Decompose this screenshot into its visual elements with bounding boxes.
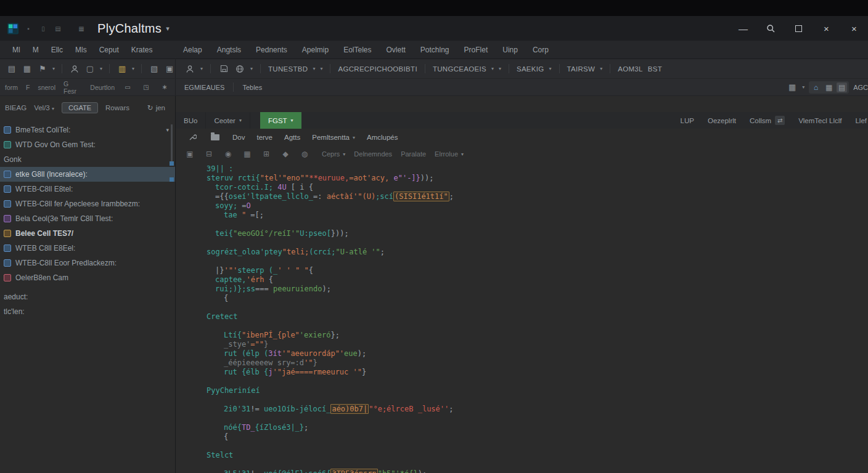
chevron-down-icon[interactable]: ▾: [802, 84, 805, 90]
tree-item[interactable]: Belee Cell TES7/: [0, 226, 175, 241]
tree-item[interactable]: BmeTest ColiTel:▾: [0, 123, 175, 137]
user-icon[interactable]: [184, 63, 195, 75]
menu-item[interactable]: Ml: [6, 41, 27, 59]
book-icon[interactable]: ▥: [117, 63, 128, 75]
toolbar-label[interactable]: G Fesr: [63, 80, 82, 95]
frame-icon[interactable]: ▭: [122, 82, 133, 93]
build-icon[interactable]: [187, 132, 198, 143]
filter-button[interactable]: CGATE: [62, 102, 98, 113]
tree-item[interactable]: etke G8ll (lnceralece):: [0, 167, 175, 182]
menu-item[interactable]: Angtsls: [210, 41, 248, 59]
plus-icon[interactable]: ⊞: [261, 148, 272, 160]
toolbar-label[interactable]: form: [5, 84, 18, 91]
sub-toolbar-item[interactable]: Delnemndes: [354, 150, 392, 158]
user-icon[interactable]: [69, 63, 80, 75]
menu-item[interactable]: Ellc: [45, 41, 69, 59]
search-button[interactable]: [757, 16, 785, 41]
menu-item[interactable]: Potchlng: [413, 41, 457, 59]
titlebar-panel-icon[interactable]: ▤: [53, 23, 63, 33]
editor-view-label[interactable]: LUP: [681, 117, 694, 124]
home-icon[interactable]: ⌂: [811, 83, 821, 92]
target-icon[interactable]: ◉: [223, 148, 234, 160]
monitor-icon[interactable]: ▢: [84, 63, 96, 75]
chevron-down-icon[interactable]: ▾: [491, 66, 494, 71]
menu-item[interactable]: EolTeles: [336, 41, 379, 59]
swap-icon[interactable]: ⇄: [775, 116, 785, 125]
group-tab[interactable]: EGMIEAUES: [184, 84, 224, 91]
tables-tab[interactable]: Tebles: [242, 84, 262, 91]
chevron-down-icon[interactable]: ▾: [499, 66, 501, 71]
grid-view-icon[interactable]: ▦: [824, 83, 834, 92]
run-toolbar-item[interactable]: Amclupés: [367, 134, 398, 141]
editor-view-label[interactable]: Oezeplrlt: [708, 117, 736, 124]
editor-view-label[interactable]: VlemTecl Llclf: [798, 117, 841, 124]
menu-item[interactable]: M: [27, 41, 45, 59]
mode-select[interactable]: SAEKIG: [517, 65, 544, 73]
toolbar-label[interactable]: F: [26, 84, 30, 91]
tree-item[interactable]: aeduct:: [0, 289, 175, 304]
tree-item[interactable]: WTEB-C8ll E8tel:: [0, 182, 175, 196]
terminal-icon[interactable]: ▣: [184, 148, 195, 160]
chevron-down-icon[interactable]: ▾: [52, 66, 55, 71]
chevron-down-icon[interactable]: ▾: [313, 66, 315, 71]
grid-icon[interactable]: ▦: [242, 148, 253, 160]
menu-item[interactable]: Ceput: [93, 41, 125, 59]
menu-item[interactable]: ProFlet: [457, 41, 496, 59]
scope-label[interactable]: BIEAG: [5, 104, 27, 111]
clipped-right-label[interactable]: AGC: [853, 84, 868, 91]
action-primary-button[interactable]: AOM3L: [618, 65, 643, 73]
toolbar-label[interactable]: snerol: [38, 84, 55, 91]
target-select[interactable]: TUNGCEAOEIS: [433, 65, 486, 73]
menu-item[interactable]: Pednents: [248, 41, 295, 59]
save-icon[interactable]: [218, 63, 229, 75]
sync-control[interactable]: ↻jen: [147, 103, 170, 112]
action-secondary-button[interactable]: BST: [648, 65, 662, 73]
maximize-button[interactable]: [785, 16, 813, 41]
sub-toolbar-item[interactable]: Ceprs▾: [322, 150, 345, 158]
tree-item[interactable]: WTEB C8ll E8Eel:: [0, 241, 175, 256]
chevron-down-icon[interactable]: ▾: [320, 66, 322, 71]
views-label[interactable]: Rowars: [105, 104, 129, 111]
run-toolbar-item[interactable]: Agtts: [284, 134, 300, 141]
titlebar-window-icon[interactable]: ▯: [38, 23, 48, 33]
menu-item[interactable]: Krates: [125, 41, 159, 59]
flag-icon[interactable]: ⚑: [37, 63, 48, 75]
tree-item[interactable]: Bela Ceol(3e Temlr C8ll Tlest:: [0, 211, 175, 226]
run-toolbar-item[interactable]: Pemltsentta▾: [312, 134, 355, 141]
minimize-button[interactable]: —: [729, 16, 757, 41]
editor-tab[interactable]: Ceoter ▾: [206, 112, 250, 129]
folder-icon[interactable]: [210, 132, 221, 143]
scheme-select[interactable]: TAIRSW: [567, 65, 596, 73]
code-editor[interactable]: 39|| :steruv rcti{"tel'"eno""**euruue,=a…: [176, 162, 868, 473]
version-select[interactable]: Vel/3 ▾: [34, 104, 54, 111]
editor-tab[interactable]: BUo: [176, 112, 206, 129]
globe-icon[interactable]: [234, 63, 245, 75]
asterisk-icon[interactable]: ∗: [159, 82, 170, 93]
close-button[interactable]: ×: [813, 16, 840, 41]
folder-media-icon[interactable]: ▧: [149, 63, 160, 75]
sub-toolbar-item[interactable]: Elrrolue▾: [435, 150, 464, 158]
breakpoint-icon[interactable]: ◆: [280, 148, 291, 160]
table-icon[interactable]: ▦: [22, 63, 33, 75]
panel-scrollbar-thumb[interactable]: [171, 124, 173, 161]
chevron-down-icon[interactable]: ▾: [132, 66, 134, 71]
chevron-down-icon[interactable]: ▾: [600, 66, 602, 71]
editor-tab-active[interactable]: FGST ▾: [260, 112, 301, 129]
chevron-down-icon[interactable]: ▾: [166, 25, 170, 33]
tree-item[interactable]: Gonk: [0, 152, 175, 167]
chevron-down-icon[interactable]: ▾: [200, 66, 203, 71]
menu-item[interactable]: Aelap: [176, 41, 210, 59]
chevron-down-icon[interactable]: ▾: [549, 66, 552, 71]
close-button-edge[interactable]: ×: [840, 16, 868, 41]
circle-icon[interactable]: ◍: [299, 148, 310, 160]
editor-view-label[interactable]: Collsm⇄: [750, 116, 785, 125]
run-config-select[interactable]: TUNESTBD: [268, 65, 308, 73]
tree-item[interactable]: WTEB-C8ll Eoor Predlackezm:: [0, 256, 175, 270]
menu-item[interactable]: Uinp: [495, 41, 525, 59]
pin-icon[interactable]: ◳: [141, 82, 152, 93]
chevron-down-icon[interactable]: ▾: [100, 66, 102, 71]
titlebar-grid-icon[interactable]: ▦: [76, 23, 86, 33]
editor-view-label[interactable]: Llef: [855, 117, 867, 124]
chevron-down-icon[interactable]: ▾: [250, 66, 253, 71]
card-icon[interactable]: ▣: [164, 63, 175, 75]
